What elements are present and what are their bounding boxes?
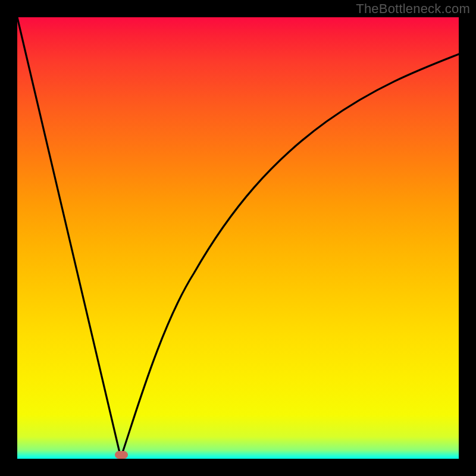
- plot-area: [17, 17, 459, 459]
- optimal-marker: [115, 451, 128, 459]
- curve-path: [17, 17, 459, 458]
- chart-frame: TheBottleneck.com: [0, 0, 476, 476]
- watermark-text: TheBottleneck.com: [356, 1, 470, 17]
- bottleneck-curve: [17, 17, 459, 459]
